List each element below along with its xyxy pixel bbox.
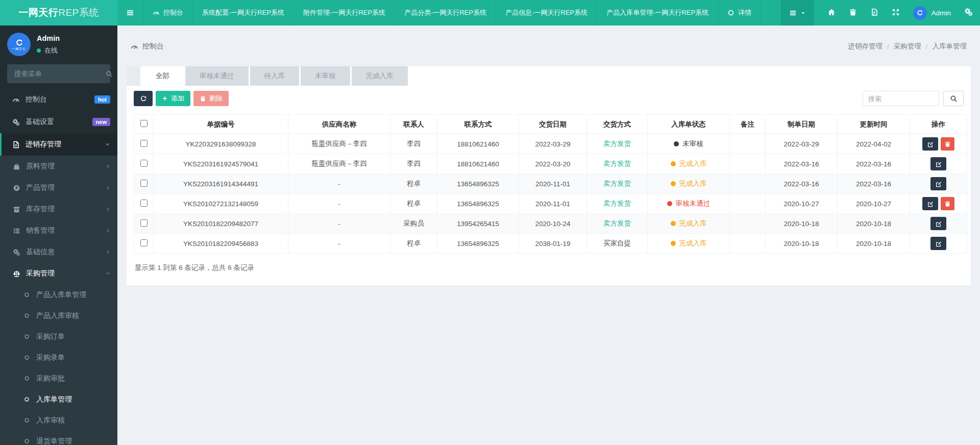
user-menu[interactable]: Admin bbox=[913, 6, 951, 20]
row-checkbox[interactable] bbox=[140, 239, 148, 246]
edit-row-button[interactable] bbox=[930, 217, 946, 230]
sidebar-item-product-inbound-review[interactable]: 产品入库审核 bbox=[0, 305, 117, 326]
sidebar-item-material-mgmt[interactable]: 原料管理 bbox=[0, 156, 117, 177]
cell-order-no: YK2203291638099328 bbox=[154, 134, 288, 154]
home-nav-button[interactable] bbox=[827, 8, 836, 18]
circle-o-icon bbox=[727, 9, 734, 16]
trash-nav-button[interactable] bbox=[849, 8, 857, 18]
filter-tab[interactable]: 未审核 bbox=[301, 66, 350, 86]
column-header-update-date[interactable]: 更新时间 bbox=[838, 115, 910, 134]
filter-tab[interactable]: 审核未通过 bbox=[185, 66, 249, 86]
swirl-icon bbox=[14, 38, 24, 47]
cell-select bbox=[134, 154, 154, 174]
sidebar-item-product-mgmt[interactable]: 产品管理 bbox=[0, 177, 117, 199]
navbar-tab-system-config[interactable]: 系统配置-一网天行REP系统 bbox=[192, 0, 293, 26]
delete-row-button[interactable] bbox=[941, 197, 954, 210]
sidebar-search-input[interactable] bbox=[13, 69, 106, 78]
navbar-tab-attachment-mgmt[interactable]: 附件管理-一网天行REP系统 bbox=[293, 0, 395, 26]
cell-update-date: 2022-04-02 bbox=[838, 134, 910, 154]
cell-create-date: 2022-03-16 bbox=[766, 154, 838, 174]
p-circle-icon bbox=[13, 184, 26, 192]
row-checkbox[interactable] bbox=[140, 219, 148, 227]
sidebar-item-inventory-mgmt[interactable]: 进销存管理 bbox=[0, 133, 117, 156]
filter-tab[interactable]: 待入库 bbox=[250, 66, 300, 86]
sidebar-item-basic-info[interactable]: 基础信息 bbox=[0, 241, 117, 263]
column-header-phone[interactable]: 联系方式 bbox=[437, 115, 519, 134]
delete-button[interactable]: 删除 bbox=[193, 91, 229, 106]
table-search-input[interactable] bbox=[863, 91, 939, 106]
column-header-delivery-method[interactable]: 交货方式 bbox=[587, 115, 648, 134]
sidebar-item-basic-settings[interactable]: 基础设置new bbox=[0, 111, 117, 133]
cell-status: 完成入库 bbox=[648, 214, 730, 234]
refresh-button[interactable] bbox=[134, 91, 153, 106]
filter-tab[interactable]: 全部 bbox=[141, 66, 184, 86]
brand-logo[interactable]: 一网天行REP系统 bbox=[0, 0, 117, 26]
doc-icon bbox=[870, 8, 878, 16]
sidebar-item-label: 退货单管理 bbox=[36, 437, 110, 445]
edit-row-button[interactable] bbox=[922, 137, 938, 151]
column-header-order-no[interactable]: 单据编号 bbox=[154, 115, 288, 134]
circle-o-icon bbox=[24, 334, 36, 339]
column-header-create-date[interactable]: 制单日期 bbox=[766, 115, 838, 134]
breadcrumb-link[interactable]: 入库单管理 bbox=[933, 42, 967, 51]
expand-nav-button[interactable] bbox=[892, 8, 900, 18]
row-checkbox[interactable] bbox=[140, 140, 148, 147]
row-checkbox[interactable] bbox=[140, 180, 148, 187]
nav-list-dropdown-button[interactable] bbox=[781, 0, 814, 26]
row-checkbox[interactable] bbox=[140, 160, 148, 167]
navbar-tab-detail[interactable]: 详情 bbox=[718, 0, 761, 26]
sidebar-item-product-inbound-orders[interactable]: 产品入库单管理 bbox=[0, 284, 117, 305]
breadcrumb-link[interactable]: 进销存管理 bbox=[848, 42, 883, 51]
sidebar-item-label: 产品管理 bbox=[26, 183, 105, 192]
edit-row-button[interactable] bbox=[922, 197, 938, 210]
filter-tab[interactable]: 完成入库 bbox=[352, 66, 408, 86]
navbar-tab-console[interactable]: 控制台 bbox=[143, 0, 192, 26]
sidebar-item-label: 入库单管理 bbox=[36, 395, 110, 404]
breadcrumb: 控制台 bbox=[131, 42, 164, 51]
edit-row-button[interactable] bbox=[930, 177, 946, 190]
sidebar-item-console[interactable]: 控制台hot bbox=[0, 88, 117, 111]
sidebar-item-purchase-orders[interactable]: 采购订单 bbox=[0, 326, 117, 347]
sidebar-item-purchase-entry[interactable]: 采购录单 bbox=[0, 347, 117, 368]
circle-o-icon bbox=[24, 292, 36, 298]
settings-gears-icon[interactable] bbox=[964, 8, 973, 18]
cell-update-date: 2020-10-18 bbox=[838, 234, 910, 254]
edit-icon bbox=[935, 161, 942, 167]
edit-row-button[interactable] bbox=[930, 157, 946, 170]
navbar-tab-product-inbound-mgmt[interactable]: 产品入库单管理-一网天行REP系统 bbox=[597, 0, 718, 26]
column-header-actions[interactable]: 操作 bbox=[910, 115, 967, 134]
gears-icon bbox=[964, 8, 973, 16]
breadcrumb-separator: / bbox=[926, 43, 928, 51]
column-header-remark[interactable]: 备注 bbox=[730, 115, 766, 134]
sidebar-item-purchase-mgmt[interactable]: 采购管理 bbox=[0, 263, 117, 284]
circle-o-icon bbox=[24, 313, 36, 318]
column-header-status[interactable]: 入库单状态 bbox=[648, 115, 730, 134]
breadcrumb-link[interactable]: 采购管理 bbox=[894, 42, 921, 51]
navbar-tab-product-category[interactable]: 产品分类-一网天行REP系统 bbox=[395, 0, 496, 26]
sidebar-toggle-button[interactable] bbox=[117, 0, 143, 26]
filter-tab-label: 审核未通过 bbox=[200, 71, 234, 81]
cell-select bbox=[134, 134, 154, 154]
sidebar-item-returns-mgmt[interactable]: 退货单管理 bbox=[0, 431, 117, 445]
chevron-left-icon bbox=[105, 207, 110, 212]
row-checkbox[interactable] bbox=[140, 200, 148, 207]
navbar-tab-product-info[interactable]: 产品信息-一网天行REP系统 bbox=[496, 0, 597, 26]
column-header-supplier[interactable]: 供应商名称 bbox=[288, 115, 390, 134]
column-header-delivery-date[interactable]: 交货日期 bbox=[519, 115, 587, 134]
sidebar-avatar: 一网天行 bbox=[7, 33, 31, 56]
table-search-button[interactable] bbox=[943, 91, 964, 106]
cell-remark bbox=[730, 214, 766, 234]
sidebar-item-purchase-approval[interactable]: 采购审批 bbox=[0, 368, 117, 389]
list-icon bbox=[13, 227, 26, 235]
sidebar-search-icon[interactable] bbox=[106, 70, 113, 78]
doc-nav-button[interactable] bbox=[870, 8, 878, 18]
sidebar-item-sales-mgmt[interactable]: 销售管理 bbox=[0, 220, 117, 241]
delete-row-button[interactable] bbox=[941, 137, 954, 151]
sidebar-item-inbound-orders[interactable]: 入库单管理 bbox=[0, 389, 117, 410]
sidebar-item-stock-mgmt[interactable]: 库存管理 bbox=[0, 199, 117, 220]
add-button[interactable]: 添加 bbox=[156, 91, 190, 106]
select-all-checkbox[interactable] bbox=[140, 120, 148, 127]
edit-row-button[interactable] bbox=[930, 237, 946, 250]
column-header-contact[interactable]: 联系人 bbox=[390, 115, 437, 134]
sidebar-item-inbound-review[interactable]: 入库审核 bbox=[0, 410, 117, 431]
